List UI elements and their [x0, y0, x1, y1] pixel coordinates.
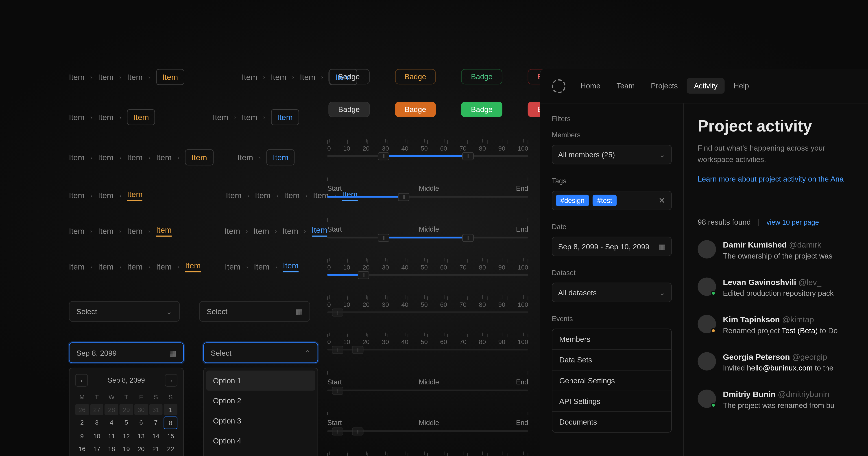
- breadcrumb-active[interactable]: Item: [267, 149, 295, 165]
- date-picker[interactable]: Select ▦: [199, 301, 310, 322]
- clear-tags-icon[interactable]: ✕: [656, 196, 668, 205]
- breadcrumb-item[interactable]: Item: [284, 191, 300, 200]
- dropdown-option[interactable]: Option 4: [206, 431, 315, 451]
- calendar-day[interactable]: 6: [134, 417, 148, 429]
- calendar-day[interactable]: 15: [164, 430, 178, 442]
- slider-single-numeric[interactable]: 0102030405060708090100: [327, 259, 540, 276]
- breadcrumb-item[interactable]: Item: [127, 72, 143, 82]
- breadcrumb-item[interactable]: Item: [271, 72, 286, 82]
- breadcrumb-active[interactable]: Item: [312, 225, 327, 237]
- event-item[interactable]: Members: [552, 329, 671, 350]
- members-select[interactable]: All members (25) ⌄: [552, 145, 672, 164]
- calendar-day[interactable]: 19: [120, 443, 133, 454]
- breadcrumb-item[interactable]: Item: [156, 262, 172, 271]
- breadcrumb-item[interactable]: Item: [226, 191, 242, 200]
- breadcrumb-item[interactable]: Item: [156, 153, 172, 162]
- calendar-day[interactable]: 20: [134, 443, 148, 454]
- slider-handle-end[interactable]: [462, 234, 474, 242]
- calendar-day[interactable]: 5: [120, 417, 133, 429]
- pager-link[interactable]: view 10 per page: [766, 218, 819, 226]
- breadcrumb-active[interactable]: Item: [156, 225, 172, 237]
- breadcrumb-item[interactable]: Item: [242, 72, 257, 82]
- slider-range-numeric[interactable]: 0102030405060708090100: [327, 140, 540, 157]
- event-item[interactable]: API Settings: [552, 391, 671, 412]
- breadcrumb-item[interactable]: Item: [238, 153, 253, 162]
- breadcrumb-item[interactable]: Item: [69, 72, 85, 82]
- breadcrumb-item[interactable]: Item: [98, 191, 114, 200]
- breadcrumb-item[interactable]: Item: [98, 153, 114, 162]
- breadcrumb-active[interactable]: Item: [283, 261, 299, 272]
- dataset-select[interactable]: All datasets ⌄: [552, 283, 672, 302]
- calendar-day[interactable]: 14: [149, 430, 163, 442]
- event-item[interactable]: General Settings: [552, 370, 671, 391]
- slider-handle-start[interactable]: [378, 234, 389, 242]
- slider-handle[interactable]: [398, 193, 409, 201]
- breadcrumb-item[interactable]: Item: [213, 113, 228, 122]
- calendar-day[interactable]: 3: [90, 417, 104, 429]
- calendar-day[interactable]: 27: [90, 404, 104, 415]
- breadcrumb-item[interactable]: Item: [98, 113, 114, 122]
- calendar-day[interactable]: 8: [164, 417, 178, 429]
- slider-range-label[interactable]: StartMiddleEnd: [327, 218, 540, 239]
- calendar-day[interactable]: 30: [134, 404, 148, 415]
- dropdown-option[interactable]: Option 5: [206, 451, 315, 456]
- dropdown-option[interactable]: Option 2: [206, 391, 315, 411]
- breadcrumb-item[interactable]: Item: [225, 262, 241, 271]
- tag-chip[interactable]: #test: [593, 195, 617, 206]
- calendar-day[interactable]: 7: [149, 417, 163, 429]
- date-picker-open[interactable]: Sep 8, 2099 ▦: [69, 342, 184, 363]
- dropdown-option[interactable]: Option 3: [206, 411, 315, 431]
- calendar-day[interactable]: 16: [75, 443, 89, 454]
- breadcrumb-item[interactable]: Item: [69, 113, 85, 122]
- breadcrumb-active[interactable]: Item: [127, 109, 155, 125]
- nav-tab-home[interactable]: Home: [574, 78, 607, 94]
- calendar-day[interactable]: 13: [134, 430, 148, 442]
- tag-chip[interactable]: #design: [556, 195, 589, 206]
- breadcrumb-active[interactable]: Item: [185, 149, 213, 165]
- calendar-day[interactable]: 12: [120, 430, 133, 442]
- nav-tab-help[interactable]: Help: [727, 78, 756, 94]
- dropdown-option[interactable]: Option 1: [206, 370, 315, 391]
- calendar-day[interactable]: 4: [105, 417, 118, 429]
- breadcrumb-active[interactable]: Item: [156, 69, 184, 85]
- calendar-day[interactable]: 17: [90, 443, 104, 454]
- calendar-day[interactable]: 26: [75, 404, 89, 415]
- calendar-day[interactable]: 11: [105, 430, 118, 442]
- select-dropdown-open[interactable]: Select ⌃: [203, 342, 318, 363]
- breadcrumb-item[interactable]: Item: [242, 113, 257, 122]
- breadcrumb-item[interactable]: Item: [69, 262, 85, 271]
- breadcrumb-active[interactable]: Item: [127, 190, 143, 201]
- breadcrumb-item[interactable]: Item: [254, 262, 270, 271]
- nav-tab-projects[interactable]: Projects: [644, 78, 685, 94]
- breadcrumb-item[interactable]: Item: [253, 226, 269, 236]
- slider-handle-end[interactable]: [462, 152, 474, 160]
- calendar-next-button[interactable]: ›: [165, 374, 178, 387]
- slider-single-label[interactable]: StartMiddleEnd: [327, 178, 540, 198]
- breadcrumb-item[interactable]: Item: [98, 226, 114, 236]
- breadcrumb-active[interactable]: Item: [185, 261, 201, 272]
- breadcrumb-item[interactable]: Item: [255, 191, 271, 200]
- slider-handle-start[interactable]: [378, 152, 389, 160]
- calendar-day[interactable]: 18: [105, 443, 118, 454]
- calendar-day[interactable]: 10: [90, 430, 104, 442]
- breadcrumb-item[interactable]: Item: [69, 153, 85, 162]
- event-item[interactable]: Data Sets: [552, 350, 671, 370]
- breadcrumb-item[interactable]: Item: [300, 72, 316, 82]
- nav-tab-activity[interactable]: Activity: [687, 78, 724, 94]
- breadcrumb-item[interactable]: Item: [224, 226, 240, 236]
- calendar-day[interactable]: 2: [75, 417, 89, 429]
- calendar-prev-button[interactable]: ‹: [75, 374, 88, 387]
- calendar-day[interactable]: 31: [149, 404, 163, 415]
- date-range-select[interactable]: Sep 8, 2099 - Sep 10, 2099 ▦: [552, 237, 672, 256]
- select-dropdown[interactable]: Select ⌄: [69, 301, 180, 322]
- breadcrumb-active[interactable]: Item: [271, 109, 299, 125]
- calendar-day[interactable]: 1: [164, 404, 178, 415]
- breadcrumb-item[interactable]: Item: [98, 72, 114, 82]
- breadcrumb-item[interactable]: Item: [127, 153, 143, 162]
- breadcrumb-item[interactable]: Item: [283, 226, 298, 236]
- calendar-day[interactable]: 9: [75, 430, 89, 442]
- breadcrumb-item[interactable]: Item: [127, 262, 143, 271]
- slider-handle[interactable]: [358, 271, 369, 279]
- nav-tab-team[interactable]: Team: [610, 78, 642, 94]
- calendar-day[interactable]: 29: [120, 404, 133, 415]
